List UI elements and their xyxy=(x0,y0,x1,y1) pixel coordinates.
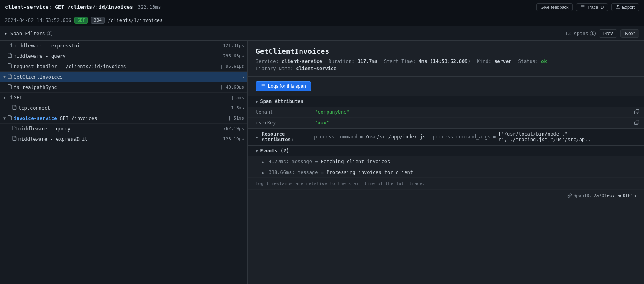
resource-command-key: process.command xyxy=(314,134,357,140)
span-doc-icon xyxy=(7,43,12,49)
link-icon xyxy=(567,193,572,198)
span-name-label: GET xyxy=(14,95,22,101)
span-timing: | 296.63µs xyxy=(215,53,244,59)
span-doc-icon xyxy=(7,53,12,59)
span-list-item[interactable]: request handler - /clients/:id/invoices|… xyxy=(0,61,247,72)
span-doc-icon xyxy=(7,95,12,101)
span-doc-icon xyxy=(12,126,17,132)
span-name-label: middleware - query xyxy=(18,126,70,132)
span-attributes-table: tenant "companyOne" userKey "xxx" xyxy=(248,107,644,128)
event-time: 4.22ms: xyxy=(269,159,289,164)
span-toggle-icon xyxy=(3,43,6,48)
export-button[interactable]: Export xyxy=(611,3,639,11)
span-list-item[interactable]: ▼invoice-service GET /invoices| 51ms xyxy=(0,113,247,124)
request-date: 2024-04-02 14:53:52.606 xyxy=(5,18,71,23)
span-list-item[interactable]: fs realpathSync| 40.69µs xyxy=(0,82,247,93)
span-name-label: fs realpathSync xyxy=(14,85,57,90)
resource-eq2: = xyxy=(493,134,496,140)
events-section: Events (2) 4.22ms: message = Fetching cl… xyxy=(248,145,644,178)
span-filters-info-icon[interactable]: i xyxy=(47,31,52,36)
main-content: middleware - expressInit| 121.31µs middl… xyxy=(0,41,644,284)
span-list-panel: middleware - expressInit| 121.31µs middl… xyxy=(0,41,248,284)
span-detail-panel: GetClientInvoices Service: client-servic… xyxy=(248,41,644,284)
duration-meta: Duration: 317.7ms xyxy=(328,59,378,64)
service-name-label: invoice-service xyxy=(14,116,57,121)
event-time: 318.66ms: xyxy=(269,170,295,175)
span-doc-icon xyxy=(7,84,12,90)
span-timing: | 121.31µs xyxy=(215,43,244,48)
log-timestamp-note: Log timestamps are relative to the start… xyxy=(248,178,644,190)
spans-count-info-icon[interactable]: i xyxy=(590,31,596,36)
span-timing: | 123.19µs xyxy=(215,136,244,142)
span-attributes-toggle-icon xyxy=(256,99,258,104)
logs-icon xyxy=(261,84,266,89)
span-toggle-icon xyxy=(8,137,10,141)
resource-args-value: ["/usr/local/bin/node","-r","./tracing.j… xyxy=(498,131,636,142)
http-status-badge: 304 xyxy=(91,17,105,24)
span-navigation: 13 spans i Prev Next xyxy=(565,29,639,38)
chevron-right-icon: ▶ xyxy=(5,31,7,36)
span-attr-row: tenant "companyOne" xyxy=(248,107,644,118)
span-list: middleware - expressInit| 121.31µs middl… xyxy=(0,41,247,144)
span-doc-icon xyxy=(12,136,17,142)
next-span-button[interactable]: Next xyxy=(620,29,639,38)
span-list-item[interactable]: middleware - expressInit| 121.31µs xyxy=(0,41,247,51)
trace-icon xyxy=(580,5,585,10)
span-doc-icon xyxy=(7,63,12,69)
span-list-item[interactable]: tcp.connect| 1.5ms xyxy=(0,103,247,113)
span-attr-row: userKey "xxx" xyxy=(248,118,644,128)
event-msg-value: Fetching client invoices xyxy=(321,159,390,164)
span-list-item[interactable]: ▼GET| 5ms xyxy=(0,93,247,103)
attr-value: "companyOne" xyxy=(312,107,634,118)
span-name-label: GetClientInvoices xyxy=(14,74,63,80)
span-list-item[interactable]: middleware - query| 762.19µs xyxy=(0,124,247,134)
span-list-item[interactable]: middleware - query| 296.63µs xyxy=(0,51,247,61)
span-list-item[interactable]: middleware - expressInit| 123.19µs xyxy=(0,134,247,144)
event-toggle-icon xyxy=(262,160,264,164)
span-detail-title: GetClientInvoices xyxy=(256,47,636,55)
event-toggle-icon xyxy=(262,170,264,175)
prev-span-button[interactable]: Prev xyxy=(599,29,618,38)
event-item: 318.66ms: message = Processing invoices … xyxy=(248,167,644,178)
span-name-label: invoice-service GET /invoices xyxy=(14,116,97,121)
resource-attributes-section: Resource Attributes: process.command = /… xyxy=(248,128,644,145)
span-attributes-header[interactable]: Span Attributes xyxy=(248,96,644,107)
span-name-label: middleware - expressInit xyxy=(14,43,83,49)
logs-for-span-button[interactable]: Logs for this span xyxy=(256,81,311,91)
resource-command-value: /usr/src/app/index.js xyxy=(365,134,426,140)
status-meta: Status: ok xyxy=(518,59,547,64)
resource-attributes-header[interactable]: Resource Attributes: process.command = /… xyxy=(248,128,644,145)
copy-attr-button[interactable] xyxy=(634,118,644,128)
span-timing: | 40.69µs xyxy=(217,85,244,90)
span-toggle-icon: ▼ xyxy=(3,116,6,120)
events-header[interactable]: Events (2) xyxy=(248,145,644,156)
span-name-label: request handler - /clients/:id/invoices xyxy=(14,64,126,69)
library-name-meta: Library Name: client-service xyxy=(256,66,636,71)
attr-key: userKey xyxy=(248,118,312,128)
span-doc-icon xyxy=(12,105,17,111)
give-feedback-button[interactable]: Give feedback xyxy=(536,3,573,11)
events-toggle-icon xyxy=(256,149,258,153)
span-timing: s xyxy=(238,74,244,79)
attr-key: tenant xyxy=(248,107,312,118)
span-toggle-icon: ▼ xyxy=(3,95,6,100)
span-doc-icon xyxy=(7,115,12,121)
http-method-badge: GET xyxy=(74,17,88,24)
kind-meta: Kind: server xyxy=(477,59,512,64)
trace-id-button[interactable]: Trace ID xyxy=(576,3,608,11)
event-item: 4.22ms: message = Fetching client invoic… xyxy=(248,156,644,167)
header-actions: Give feedback Trace ID Export xyxy=(536,3,639,11)
copy-attr-button[interactable] xyxy=(634,107,644,118)
events-list: 4.22ms: message = Fetching client invoic… xyxy=(248,156,644,178)
event-msg-key: message xyxy=(298,170,318,175)
request-header: 2024-04-02 14:53:52.606 GET 304 /clients… xyxy=(0,14,644,26)
top-header: client-service: GET /clients/:id/invoice… xyxy=(0,0,644,14)
span-id-label: SpanID: xyxy=(574,193,592,198)
span-list-item[interactable]: ▼GetClientInvoicess xyxy=(0,72,247,82)
span-toggle-icon: ▼ xyxy=(3,75,6,79)
resource-attributes-toggle-icon xyxy=(256,135,258,139)
span-timing: | 95.61µs xyxy=(217,64,244,69)
spans-count: 13 spans i xyxy=(565,31,596,36)
event-msg-value: Processing invoices for client xyxy=(326,170,413,175)
start-time-meta: Start Time: 4ms (14:53:52.609) xyxy=(384,59,471,64)
